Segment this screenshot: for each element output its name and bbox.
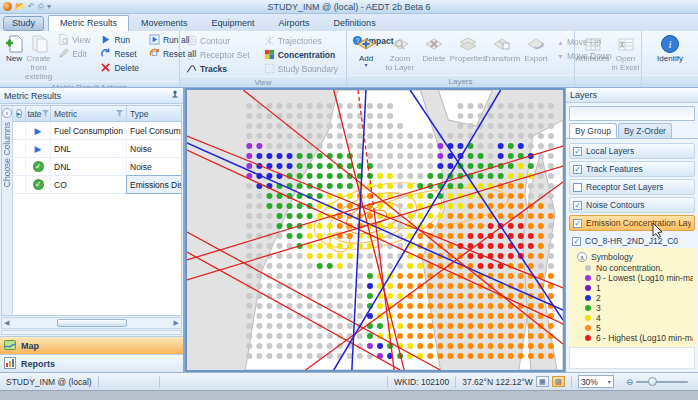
zoom-slider-track[interactable] [636,381,688,383]
qat-dropdown-icon[interactable]: ▾ [47,2,51,11]
running-icon: ▶ [35,126,42,136]
layer-group-checkbox[interactable]: ✓ [573,201,582,210]
extent-icon[interactable]: ▦ [536,376,549,387]
metric-table-hscrollbar[interactable]: ◀ ▶ [1,317,182,329]
layer-item-co[interactable]: ✓ CO_8-HR_2ND_J12_C0 [569,234,695,248]
choose-columns-strip[interactable]: › Choose Columns [2,106,13,315]
study-menu-button[interactable]: Study [3,16,44,31]
hscroll-thumb[interactable] [57,319,127,327]
view-toggle-contour[interactable]: Contour [184,34,252,48]
metric-result-row[interactable]: ✓DNLNoise [13,158,182,176]
delete-layer-button[interactable]: Delete [417,33,451,72]
type-column-header[interactable]: Type [127,106,182,121]
view-toggle-concentration[interactable]: Concentration [262,48,340,62]
resetall-icon [149,48,160,61]
view-toggle-receptor-set[interactable]: Receptor Set [184,48,252,62]
properties-layer-button[interactable]: Properties [451,33,485,72]
delete-icon [100,62,111,75]
tab-airports[interactable]: Airports [267,15,322,31]
row-expander[interactable] [13,122,26,139]
row-expander[interactable] [13,140,26,157]
view-toggle-study-boundary[interactable]: Study Boundary [262,62,340,76]
tab-equipment[interactable]: Equipment [200,15,267,31]
view-button[interactable]: View [56,33,92,47]
layers-search-input[interactable] [569,106,695,121]
layer-group-emission-concentration-layers[interactable]: ✓Emission Concentration Layers [569,215,695,231]
copy-document-icon [28,34,50,54]
reports-icon [4,357,16,371]
legend-entry: 2 [577,293,693,303]
scroll-right-arrow-icon[interactable]: ▶ [174,319,179,327]
undo-icon[interactable]: ↶ [28,2,35,11]
layer-export-icon [525,34,547,54]
add-layer-button[interactable]: Add▾ [349,33,383,72]
new-button[interactable]: New [3,33,25,63]
zoom-slider[interactable]: ⊖ [620,373,698,390]
nav-map-button[interactable]: Map [0,336,183,354]
zoom-level-select[interactable]: 30% ▾ [578,375,614,388]
layer-group-checkbox[interactable]: ✓ [573,219,582,228]
zoom-dropdown-icon: ▾ [608,378,611,385]
filter-icon[interactable] [42,109,49,119]
panel-splitter[interactable] [1,330,182,335]
zoom-slider-thumb[interactable] [648,377,657,386]
layer-group-checkbox[interactable]: ✓ [573,147,582,156]
metric-result-row[interactable]: ▶DNLNoise [13,140,182,158]
legend-color-dot [585,305,591,311]
attribute-buttons: AttributesOpenin Excel [576,33,642,72]
expand-panel-icon[interactable]: › [2,108,12,118]
edit-button[interactable]: Edit [56,47,92,61]
ribbon: New Create from existing ViewEditRunRese… [0,31,698,88]
filter-icon[interactable] [116,109,123,119]
reset-button[interactable]: Reset [98,47,141,61]
add-dropdown-icon[interactable]: ▾ [364,63,367,67]
layers-visibility-icon[interactable]: ▨ [552,376,565,387]
scroll-left-arrow-icon[interactable]: ◀ [4,319,9,327]
app-icon[interactable] [3,2,12,11]
export-layer-button[interactable]: Export [519,33,553,72]
group-layers: Add▾Zoomto LayerDeletePropertiesTransfor… [347,31,575,87]
row-expander[interactable] [13,158,26,175]
metric-column-header[interactable]: Metric [51,106,127,121]
open-in-excel-button[interactable]: Openin Excel [609,33,642,72]
collapse-symbology-icon[interactable]: ∧ [577,252,587,262]
layer-group-checkbox[interactable] [573,183,582,192]
run-button[interactable]: Run [98,33,141,47]
identify-button[interactable]: i Identify [647,33,693,63]
view-toggle-trajectories[interactable]: Trajectories [262,34,340,48]
completed-icon: ✓ [33,161,44,172]
nav-reports-button[interactable]: Reports [0,354,183,372]
open-study-icon[interactable]: 📂 [15,2,25,11]
status-coordinates: 37.62°N 122.12°W [462,377,533,387]
metric-cell: CO [51,176,127,193]
layer-group-track-features[interactable]: ✓Track Features [569,161,695,177]
metric-result-row[interactable]: ✓COEmissions Dispersion [13,176,182,194]
delete-button[interactable]: Delete [98,61,141,75]
layer-group-receptor-set-layers[interactable]: Receptor Set Layers [569,179,695,195]
zoom-to-layer-layer-button[interactable]: Zoomto Layer [383,33,417,72]
layer-group-checkbox[interactable]: ✓ [573,165,582,174]
map-view[interactable] [185,88,565,372]
layer-checkbox[interactable]: ✓ [572,237,581,246]
row-expander[interactable] [13,176,26,193]
layer-group-noise-contours[interactable]: ✓Noise Contours [569,197,695,213]
tab-by-group[interactable]: By Group [569,123,617,138]
metric-results-table-body: ▶Fuel ConsumptionFuel Consumption▶DNLNoi… [13,122,182,315]
type-cell: Emissions Dispersion [127,176,182,193]
pin-icon[interactable] [171,90,179,102]
create-from-existing-button[interactable]: Create from existing [25,33,52,81]
attributes-button[interactable]: Attributes [576,33,609,72]
tab-metric-results[interactable]: Metric Results [48,15,129,31]
layer-group-local-layers[interactable]: ✓Local Layers [569,143,695,159]
transform-layer-button[interactable]: Transform [485,33,519,72]
tab-by-z-order[interactable]: By Z-Order [618,123,672,138]
view-toggle-tracks[interactable]: Tracks [184,62,252,76]
state-column-header[interactable]: tate [26,106,51,121]
print-icon[interactable]: ⎙ [38,2,44,11]
zoom-out-icon[interactable]: ⊖ [626,377,633,387]
layers-panel-empty-area [569,347,695,369]
tab-definitions[interactable]: Definitions [322,15,388,31]
tab-movements[interactable]: Movements [129,15,200,31]
metric-result-row[interactable]: ▶Fuel ConsumptionFuel Consumption [13,122,182,140]
expander-column-header[interactable]: ▸ [13,106,26,121]
